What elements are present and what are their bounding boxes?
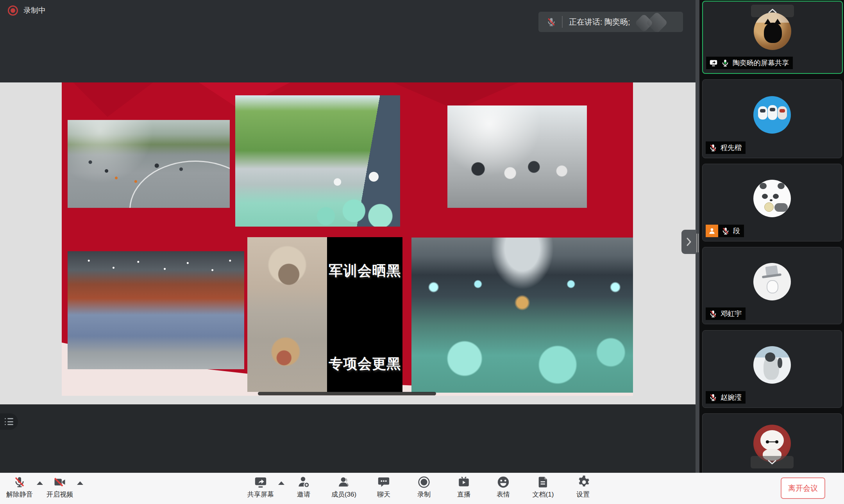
video-options-caret[interactable] [77,481,83,485]
mic-muted-icon [709,143,717,152]
avatar [753,263,791,300]
divider-drag-handle[interactable] [698,234,699,252]
live-label: 直播 [457,490,470,499]
document-icon [536,475,550,489]
members-label: 成员(36) [331,490,356,499]
participant-name: 程先楷 [721,143,742,152]
divider-drag-handle[interactable] [696,234,697,252]
avatar [753,346,791,384]
meme-top-text: 军训会晒黑 [327,261,402,281]
slide-photo-students-walking [235,95,400,227]
slide-progress-bar[interactable] [258,392,436,395]
mic-active-icon [721,59,730,67]
slide-photo-monkey-meme: 军训会晒黑 专项会更黑 [247,237,402,392]
camera-off-icon [53,475,67,489]
start-video-label: 开启视频 [46,490,73,499]
participant-name: 陶奕旸的屏幕共享 [733,58,789,68]
screen-share-icon [254,475,268,489]
participant-name: 邓虹宇 [721,309,742,318]
stage-bottom-area [0,404,696,473]
recording-indicator: 录制中 [8,4,46,17]
list-icon [5,418,13,425]
mic-muted-icon [721,227,730,235]
record-icon [417,475,431,489]
host-badge [706,225,718,237]
emoji-button[interactable]: 表情 [484,475,523,502]
docs-label: 文档(1) [533,490,554,499]
chat-icon [377,475,391,489]
record-label: 录制 [417,490,431,499]
participant-tile[interactable]: 程先楷 [702,79,842,158]
settings-gear-icon [576,475,590,489]
screen-share-icon [709,59,718,67]
speaking-label: 正在讲话: 陶奕旸; [569,17,630,27]
start-video-button[interactable]: 开启视频 [40,475,79,502]
invite-person-icon [297,475,311,489]
live-button[interactable]: 直播 [444,475,483,502]
participant-tile-screen-share[interactable]: 陶奕旸的屏幕共享 [702,1,843,74]
meme-bottom-text: 专项会更黑 [327,354,402,374]
share-screen-label: 共享屏幕 [247,490,274,499]
unmute-button[interactable]: 解除静音 [0,475,39,502]
participant-name: 段 [733,226,740,236]
participant-tile[interactable]: 邓虹宇 [702,247,842,324]
emoji-label: 表情 [497,490,510,499]
participant-tile[interactable] [702,413,842,473]
chevron-right-icon [685,237,692,247]
members-button[interactable]: 成员(36) [320,475,367,502]
chevron-down-icon [767,459,777,465]
shared-slide: 军训会晒黑 专项会更黑 [62,82,633,396]
participant-tile[interactable]: 赵婉滢 [702,330,842,408]
divider [562,16,563,28]
docs-button[interactable]: 文档(1) [522,475,565,502]
participant-name-bar: 程先楷 [706,141,746,154]
record-button[interactable]: 录制 [404,475,443,502]
mic-muted-icon [709,309,717,318]
participant-tile[interactable]: 段 [702,164,842,241]
avatar [754,13,791,50]
emoji-icon [496,475,510,489]
participants-sidebar: 陶奕旸的屏幕共享 程先楷 段 [699,0,844,473]
active-speaker-banner: 正在讲话: 陶奕旸; [538,12,683,32]
share-options-caret[interactable] [278,481,284,485]
members-icon [337,475,351,489]
sidebar-collapse-button[interactable] [681,230,696,254]
slide-photo-indoor-queue [447,105,587,208]
slide-photo-auditorium [68,251,244,369]
chat-label: 聊天 [377,490,390,499]
unmute-label: 解除静音 [6,490,33,499]
slide-photo-sports-field [68,120,230,208]
live-tv-icon [457,475,471,489]
mic-muted-icon [13,475,27,489]
settings-label: 设置 [576,490,590,499]
participant-name-bar: 陶奕旸的屏幕共享 [706,57,793,69]
participant-name: 赵婉滢 [721,393,742,402]
participant-name-bar: 段 [706,225,744,237]
leave-meeting-button[interactable]: 离开会议 [781,477,825,499]
chat-button[interactable]: 聊天 [364,475,403,502]
invite-button[interactable]: 邀请 [284,475,323,502]
meeting-logo-watermark-icon [634,12,677,32]
meme-text-panel: 军训会晒黑 专项会更黑 [327,237,402,392]
recording-label: 录制中 [23,5,46,16]
scroll-down-button[interactable] [751,456,794,468]
recording-dot-icon [8,5,18,16]
slide-photo-bus-selfie [411,238,633,393]
share-screen-button[interactable]: 共享屏幕 [239,475,282,502]
settings-button[interactable]: 设置 [563,475,603,502]
participant-name-bar: 赵婉滢 [706,391,746,404]
invite-label: 邀请 [297,490,310,499]
meeting-info-button[interactable] [0,413,18,430]
monkey-photo [247,237,327,392]
mic-muted-icon [709,393,717,402]
mic-muted-icon [546,17,556,27]
participant-name-bar: 邓虹宇 [706,307,746,320]
avatar [753,180,791,217]
avatar [753,96,791,134]
